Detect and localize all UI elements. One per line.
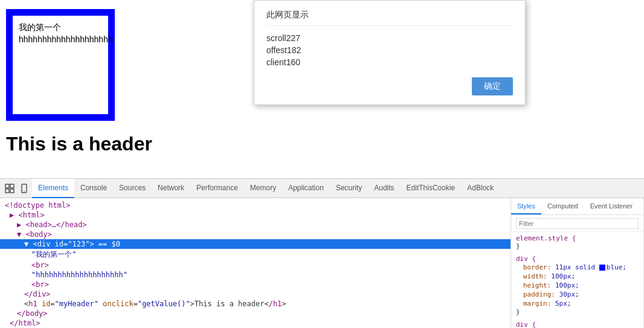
dom-line-body[interactable]: ▼ <body> [0, 230, 510, 239]
dom-line-div-selected[interactable]: ▼ <div id="123"> == $0 [0, 239, 510, 249]
dom-line-head[interactable]: ▶ <head>…</head> [0, 220, 510, 230]
dom-tag: ▼ <body> [17, 230, 52, 239]
style-rule-element: element.style { } [516, 234, 639, 250]
style-close-div: } [516, 308, 639, 316]
dom-line-html[interactable]: ▶ <html> [0, 210, 510, 220]
dom-panel[interactable]: <!doctype html> ▶ <html> ▶ <head>…</head… [0, 198, 511, 328]
style-selector-element: element.style { [516, 234, 639, 242]
svg-rect-0 [5, 184, 9, 188]
svg-point-5 [24, 191, 25, 192]
styles-content: element.style { } div { border: 11px sol… [511, 232, 643, 328]
styles-tab-computed[interactable]: Computed [541, 198, 584, 214]
tab-console[interactable]: Console [74, 179, 113, 198]
demo-text-line2: hhhhhhhhhhhhhhhhhhhh [19, 34, 113, 44]
tab-memory[interactable]: Memory [244, 179, 282, 198]
alert-item-offest: offest182 [266, 44, 513, 56]
dom-line-body-close[interactable]: </body> [0, 309, 510, 318]
dom-line-html-close[interactable]: </html> [0, 318, 510, 328]
alert-title: 此网页显示 [266, 10, 513, 26]
style-selector-div: div { [516, 255, 639, 263]
dom-line-br1[interactable]: <br> [0, 260, 510, 270]
tab-network[interactable]: Network [152, 179, 190, 198]
style-prop-border: border: 11px solid blue; [516, 263, 639, 272]
page-header: This is a header [6, 133, 152, 155]
styles-tab-event-listener[interactable]: Event Listener [584, 198, 639, 214]
dom-line-text1[interactable]: "我的第一个" [0, 249, 510, 260]
dom-tag: </body> [17, 309, 48, 318]
styles-filter [511, 215, 643, 232]
mobile-icon[interactable] [18, 182, 31, 195]
dom-line-h1[interactable]: <h1 id="myHeader" onclick="getValue()">T… [0, 299, 510, 309]
dom-text: "hhhhhhhhhhhhhhhhhhhh" [31, 271, 127, 279]
tab-sources[interactable]: Sources [113, 179, 152, 198]
tab-audits[interactable]: Audits [368, 179, 400, 198]
svg-rect-3 [10, 189, 14, 193]
demo-text-line1: 我的第一个 [19, 22, 61, 32]
style-rule-div2: div { [516, 321, 639, 328]
devtools-main: <!doctype html> ▶ <html> ▶ <head>…</head… [0, 198, 644, 328]
dom-tag: <br> [31, 280, 49, 289]
dom-h1: <h1 id="myHeader" onclick="getValue()">T… [24, 300, 286, 308]
alert-confirm-button[interactable]: 确定 [472, 77, 513, 95]
tab-editthiscookie[interactable]: EditThisCookie [401, 179, 462, 198]
styles-tabs: Styles Computed Event Listener [511, 198, 643, 215]
style-prop-width: width: 100px; [516, 272, 639, 281]
styles-tab-styles[interactable]: Styles [511, 198, 541, 214]
alert-item-client: client160 [266, 56, 513, 68]
dom-tag: </html> [10, 319, 40, 327]
browser-page: 我的第一个 hhhhhhhhhhhhhhhhhhhh This is a hea… [0, 0, 644, 178]
dom-line-text2[interactable]: "hhhhhhhhhhhhhhhhhhhh" [0, 270, 510, 280]
style-prop-padding: padding: 30px; [516, 290, 639, 299]
style-prop-height: height: 100px; [516, 281, 639, 290]
demo-box-content: 我的第一个 hhhhhhhhhhhhhhhhhhhh [19, 22, 113, 45]
styles-panel: Styles Computed Event Listener element.s… [511, 198, 644, 328]
inspect-icon[interactable] [3, 182, 16, 195]
svg-rect-2 [5, 189, 9, 193]
tab-application[interactable]: Application [282, 179, 330, 198]
alert-dialog: 此网页显示 scroll227 offest182 client160 确定 [254, 0, 526, 105]
demo-div: 我的第一个 hhhhhhhhhhhhhhhhhhhh [6, 9, 115, 121]
dom-tag: <!doctype html> [5, 201, 70, 210]
dom-tag: ▶ <head>…</head> [17, 220, 87, 229]
tab-performance[interactable]: Performance [190, 179, 244, 198]
dom-line-doctype[interactable]: <!doctype html> [0, 201, 510, 210]
dom-tag: </div> [24, 290, 50, 298]
style-close-element: } [516, 242, 639, 250]
alert-item-scroll: scroll227 [266, 32, 513, 44]
tab-security[interactable]: Security [330, 179, 368, 198]
dom-line-br2[interactable]: <br> [0, 280, 510, 289]
dom-tag: ▶ <html> [10, 211, 45, 219]
dom-text: "我的第一个" [31, 250, 76, 259]
tab-elements[interactable]: Elements [32, 179, 74, 198]
style-rule-div: div { border: 11px solid blue; width: 10… [516, 255, 639, 316]
style-selector-div2: div { [516, 321, 639, 328]
style-prop-margin: margin: 5px; [516, 299, 639, 308]
devtools-tabs-bar: Elements Console Sources Network Perform… [0, 179, 644, 198]
alert-btn-row: 确定 [266, 77, 513, 95]
svg-rect-1 [10, 184, 14, 188]
dom-div-tag: ▼ <div id="123"> == $0 [24, 240, 120, 248]
dom-line-div-close[interactable]: </div> [0, 289, 510, 299]
styles-filter-input[interactable] [516, 218, 639, 229]
dom-tag: <br> [31, 261, 49, 269]
tab-adblock[interactable]: AdBlock [461, 179, 500, 198]
alert-items: scroll227 offest182 client160 [266, 32, 513, 68]
devtools-panel: Elements Console Sources Network Perform… [0, 178, 644, 328]
